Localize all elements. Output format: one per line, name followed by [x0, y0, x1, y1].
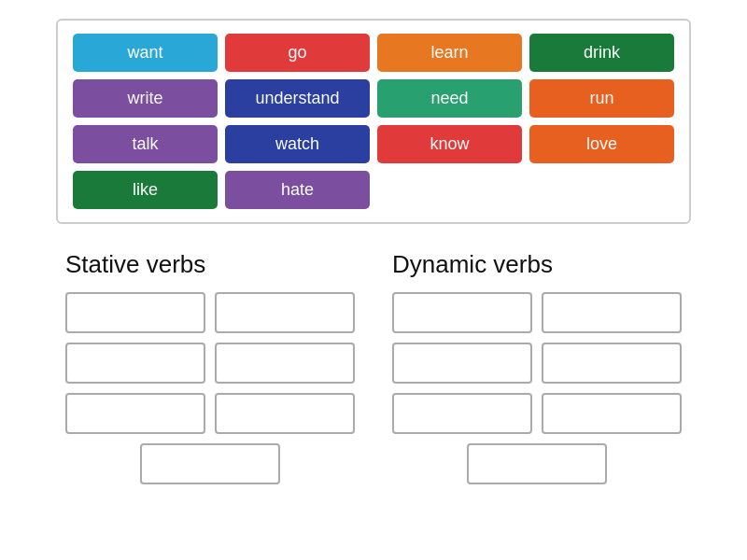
word-tile-watch[interactable]: watch [225, 125, 370, 163]
word-tile-write[interactable]: write [73, 79, 218, 118]
word-tile-need[interactable]: need [377, 79, 522, 118]
word-tile-go[interactable]: go [225, 34, 370, 72]
word-tile-want[interactable]: want [73, 34, 218, 72]
dynamic-drop-2[interactable] [542, 292, 682, 333]
word-tile-run[interactable]: run [529, 79, 674, 118]
stative-drop-4[interactable] [215, 343, 355, 384]
dynamic-drop-5[interactable] [392, 393, 532, 434]
word-tile-hate[interactable]: hate [225, 171, 370, 209]
stative-drop-3[interactable] [65, 343, 205, 384]
word-tile-like[interactable]: like [73, 171, 218, 209]
dynamic-drop-1[interactable] [392, 292, 532, 333]
stative-drop-2[interactable] [215, 292, 355, 333]
dynamic-drop-7[interactable] [467, 443, 607, 484]
dynamic-drop-4[interactable] [542, 343, 682, 384]
stative-drop-1[interactable] [65, 292, 205, 333]
dynamic-title: Dynamic verbs [392, 250, 682, 279]
stative-drop-5[interactable] [65, 393, 205, 434]
dynamic-drop-6[interactable] [542, 393, 682, 434]
word-tile-drink[interactable]: drink [529, 34, 674, 72]
stative-drop-6[interactable] [215, 393, 355, 434]
stative-drop-7[interactable] [140, 443, 280, 484]
stative-last-row [65, 443, 355, 484]
stative-drop-grid [65, 292, 355, 434]
word-tile-understand[interactable]: understand [225, 79, 370, 118]
stative-title: Stative verbs [65, 250, 355, 279]
word-tile-know[interactable]: know [377, 125, 522, 163]
dynamic-drop-3[interactable] [392, 343, 532, 384]
categories-section: Stative verbs Dynamic verbs [56, 250, 691, 484]
word-bank: wantgolearndrinkwriteunderstandneedrunta… [56, 19, 691, 224]
dynamic-category: Dynamic verbs [392, 250, 682, 484]
main-container: wantgolearndrinkwriteunderstandneedrunta… [0, 0, 747, 503]
dynamic-drop-grid [392, 292, 682, 434]
word-tile-talk[interactable]: talk [73, 125, 218, 163]
word-tile-love[interactable]: love [529, 125, 674, 163]
dynamic-last-row [392, 443, 682, 484]
stative-category: Stative verbs [65, 250, 355, 484]
word-tile-learn[interactable]: learn [377, 34, 522, 72]
